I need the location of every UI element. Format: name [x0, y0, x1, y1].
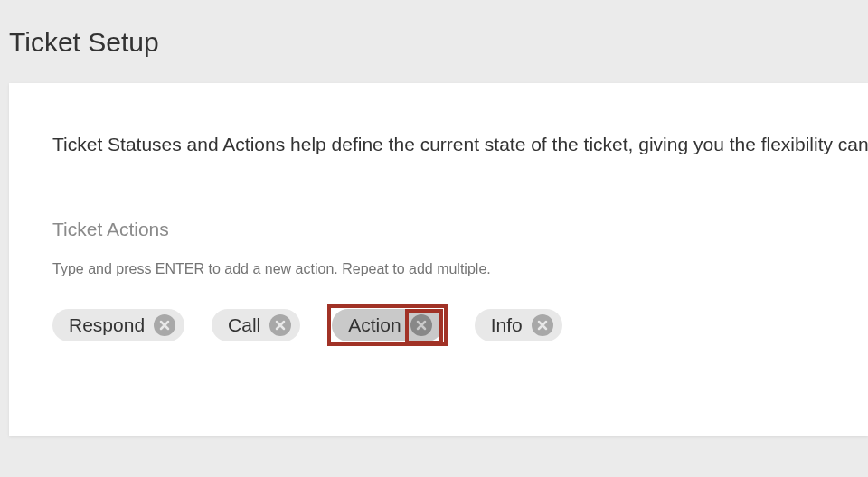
- chip-respond[interactable]: Respond: [52, 309, 184, 341]
- chip-label: Respond: [69, 314, 145, 336]
- ticket-actions-input[interactable]: [52, 215, 848, 248]
- chip-label: Info: [491, 314, 523, 336]
- chip-info[interactable]: Info: [475, 309, 562, 341]
- close-icon[interactable]: [154, 314, 175, 336]
- close-icon[interactable]: [410, 314, 432, 336]
- chip-label: Call: [228, 314, 260, 336]
- chip-call[interactable]: Call: [212, 309, 300, 341]
- chip-action[interactable]: Action: [332, 309, 442, 341]
- close-icon[interactable]: [269, 314, 291, 336]
- close-icon[interactable]: [532, 314, 553, 336]
- page-title: Ticket Setup: [0, 0, 868, 83]
- action-input-group: [52, 215, 868, 248]
- setup-card: Ticket Statuses and Actions help define …: [9, 83, 868, 436]
- helper-text: Type and press ENTER to add a new action…: [52, 261, 868, 277]
- chip-label: Action: [348, 314, 401, 336]
- description-text: Ticket Statuses and Actions help define …: [52, 130, 868, 159]
- chips-row: Respond Call Action Info: [52, 304, 868, 346]
- highlighted-chip-wrapper: Action: [327, 304, 447, 346]
